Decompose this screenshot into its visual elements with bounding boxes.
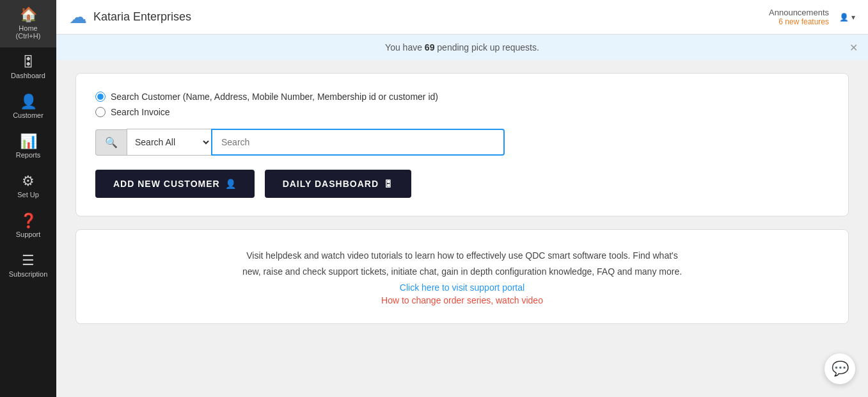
search-row: 🔍 Search All Name Address Mobile Number … <box>95 129 505 156</box>
radio-customer-input[interactable] <box>95 92 106 102</box>
search-input[interactable] <box>211 129 505 156</box>
reports-icon: 📊 <box>20 134 37 149</box>
brand-name: Kataria Enterprises <box>93 10 191 24</box>
sidebar-item-subscription[interactable]: ☰ Subscription <box>0 246 56 286</box>
customer-icon: 👤 <box>20 95 37 109</box>
chat-bubble-button[interactable]: 💬 <box>825 353 855 384</box>
main-area: ☁ Kataria Enterprises Announcements 6 ne… <box>56 0 868 397</box>
support-card: Visit helpdesk and watch video tutorials… <box>75 229 849 324</box>
search-type-select[interactable]: Search All Name Address Mobile Number Me… <box>127 129 211 156</box>
announcements-block[interactable]: Announcements 6 new features <box>769 8 829 26</box>
topbar-right: Announcements 6 new features 👤 ▾ <box>769 8 855 26</box>
alert-banner: You have 69 pending pick up requests. ✕ <box>56 35 868 60</box>
sidebar-item-reports[interactable]: 📊 Reports <box>0 127 56 166</box>
radio-customer-label: Search Customer (Name, Address, Mobile N… <box>111 92 438 102</box>
announcements-sub: 6 new features <box>769 17 829 26</box>
daily-dashboard-button[interactable]: DAILY DASHBOARD 🎛 <box>265 170 411 198</box>
content-area: Search Customer (Name, Address, Mobile N… <box>56 60 868 397</box>
action-buttons: ADD NEW CUSTOMER 👤 DAILY DASHBOARD 🎛 <box>95 170 829 198</box>
add-customer-icon: 👤 <box>225 179 237 189</box>
radio-search-invoice[interactable]: Search Invoice <box>95 107 829 117</box>
sidebar: 🏠 Home(Ctrl+H) 🎛 Dashboard 👤 Customer 📊 … <box>0 0 56 397</box>
sidebar-item-setup[interactable]: ⚙ Set Up <box>0 166 56 206</box>
chat-icon: 💬 <box>832 361 849 377</box>
dashboard-icon: 🎛 <box>21 55 35 69</box>
sidebar-item-customer[interactable]: 👤 Customer <box>0 87 56 127</box>
support-description: Visit helpdesk and watch video tutorials… <box>239 248 686 280</box>
sidebar-item-support[interactable]: ❓ Support <box>0 206 56 246</box>
add-new-customer-button[interactable]: ADD NEW CUSTOMER 👤 <box>95 170 255 198</box>
home-icon: 🏠 <box>20 8 37 22</box>
user-icon: 👤 <box>839 13 849 22</box>
radio-search-customer[interactable]: Search Customer (Name, Address, Mobile N… <box>95 92 829 102</box>
announcements-title: Announcements <box>769 8 829 17</box>
topbar-left: ☁ Kataria Enterprises <box>69 6 191 28</box>
support-video-link[interactable]: How to change order series, watch video <box>95 295 829 305</box>
user-dropdown-arrow: ▾ <box>851 13 855 22</box>
subscription-icon: ☰ <box>22 254 35 268</box>
search-icon-button[interactable]: 🔍 <box>95 129 127 156</box>
brand-icon: ☁ <box>69 6 87 28</box>
topbar: ☁ Kataria Enterprises Announcements 6 ne… <box>56 0 868 35</box>
sidebar-item-home[interactable]: 🏠 Home(Ctrl+H) <box>0 0 56 47</box>
daily-dashboard-label: DAILY DASHBOARD <box>283 179 379 189</box>
alert-text-before: You have <box>385 42 425 53</box>
radio-invoice-input[interactable] <box>95 107 106 117</box>
search-card: Search Customer (Name, Address, Mobile N… <box>75 73 849 216</box>
radio-group: Search Customer (Name, Address, Mobile N… <box>95 92 829 117</box>
user-menu-button[interactable]: 👤 ▾ <box>839 13 855 22</box>
radio-invoice-label: Search Invoice <box>111 107 170 117</box>
alert-count: 69 <box>425 42 435 53</box>
support-icon: ❓ <box>20 214 37 228</box>
add-customer-label: ADD NEW CUSTOMER <box>113 179 220 189</box>
setup-icon: ⚙ <box>22 174 35 188</box>
support-portal-link[interactable]: Click here to visit support portal <box>95 282 829 293</box>
sidebar-item-dashboard[interactable]: 🎛 Dashboard <box>0 47 56 87</box>
alert-text-after: pending pick up requests. <box>434 42 539 53</box>
daily-dashboard-icon: 🎛 <box>384 179 393 189</box>
alert-close-button[interactable]: ✕ <box>849 42 858 54</box>
